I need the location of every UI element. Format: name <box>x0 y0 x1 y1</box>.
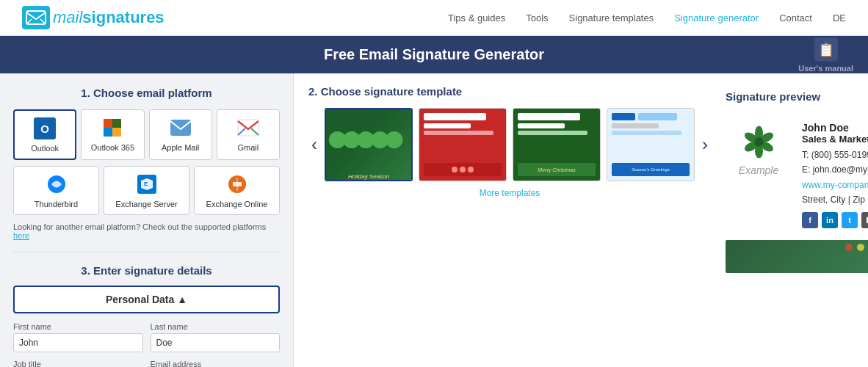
form-group-email: Email address <box>151 360 281 367</box>
page-title: Free Email Signature Generator <box>324 46 544 63</box>
preview-job: Sales & Marketing Director <box>802 134 868 145</box>
left-panel: 1. Choose email platform O Outlook Outlo… <box>0 73 294 367</box>
preview-inner: Example John Doe Sales & Marketing Direc… <box>726 116 868 234</box>
svg-rect-6 <box>170 120 191 136</box>
preview-detail: T: (800) 555-0199 | M: (800) 555-0299 E:… <box>802 148 868 208</box>
social-twitter[interactable]: t <box>842 212 858 228</box>
platform-grid-row2: Thunderbird E Exchange Server Exchange O… <box>13 166 280 215</box>
carousel-next[interactable]: › <box>699 134 711 155</box>
template-thumb-merry[interactable]: Merry Christmas <box>513 108 601 181</box>
form-row-name: First name Last name <box>13 322 280 352</box>
nav-generator[interactable]: Signature generator <box>674 12 759 23</box>
gmail-icon <box>236 116 260 139</box>
platform-outlook365[interactable]: Outlook 365 <box>81 109 144 160</box>
platform-applemail[interactable]: Apple Mail <box>149 109 212 160</box>
svg-rect-7 <box>238 120 258 136</box>
template-thumb-holiday[interactable]: Holiday Season <box>325 108 413 181</box>
nav-links: Tips & guides Tools Signature templates … <box>448 12 846 23</box>
jobtitle-label: Job title <box>13 360 143 367</box>
nav-tools[interactable]: Tools <box>526 12 548 23</box>
logo[interactable]: mailsignatures <box>22 6 164 29</box>
platform-outlook-label: Outlook <box>31 144 59 153</box>
form-group-firstname: First name <box>13 322 143 352</box>
nav-templates[interactable]: Signature templates <box>569 12 654 23</box>
preview-title: Signature preview <box>726 90 820 103</box>
preview-website[interactable]: www.my-company.com <box>802 180 868 190</box>
preview-name: John Doe <box>802 122 868 134</box>
platform-gmail[interactable]: Gmail <box>217 109 280 160</box>
right-top: 2. Choose signature template ‹ Holiday S… <box>308 85 868 273</box>
step3-section: 3. Enter signature details Personal Data… <box>13 264 280 367</box>
template-thumbs: Holiday Season <box>325 108 695 181</box>
platform-exchange[interactable]: E Exchange Server <box>104 166 189 215</box>
manual-icon: 📋 <box>814 37 838 61</box>
svg-rect-5 <box>112 128 121 137</box>
svg-point-25 <box>754 137 763 146</box>
right-panel: 2. Choose signature template ‹ Holiday S… <box>294 73 868 367</box>
social-facebook[interactable]: f <box>802 212 818 228</box>
template-section: 2. Choose signature template ‹ Holiday S… <box>308 85 711 273</box>
applemail-icon <box>169 116 192 139</box>
platform-applemail-label: Apple Mail <box>162 143 199 152</box>
platform-link-here[interactable]: here <box>13 231 29 240</box>
more-templates: More templates <box>308 187 711 198</box>
platform-exchonline[interactable]: Exchange Online <box>194 166 280 215</box>
outlook-icon: O <box>33 117 57 140</box>
form-group-jobtitle: Job title <box>13 360 143 367</box>
form-group-lastname: Last name <box>151 322 281 352</box>
platform-exchonline-label: Exchange Online <box>206 200 268 208</box>
carousel-prev[interactable]: ‹ <box>308 134 320 155</box>
flower-icon <box>739 122 779 162</box>
preview-header: Signature preview 🌙 Dark mode preview <box>726 85 868 107</box>
platform-outlook365-label: Outlook 365 <box>91 143 134 152</box>
social-youtube[interactable]: ▶ <box>861 212 868 228</box>
platform-outlook[interactable]: O Outlook <box>13 109 76 160</box>
banner-circles <box>726 244 868 251</box>
preview-logo: Example <box>726 122 792 176</box>
platform-grid-row1: O Outlook Outlook 365 Apple Mail <box>13 109 280 160</box>
section-divider <box>13 252 280 252</box>
firstname-input[interactable] <box>13 333 143 352</box>
lastname-input[interactable] <box>151 333 281 352</box>
platform-thunderbird[interactable]: Thunderbird <box>13 166 99 215</box>
step2-title: 2. Choose signature template <box>308 85 711 98</box>
title-bar: Free Email Signature Generator 📋 User's … <box>0 36 868 73</box>
platform-exchange-label: Exchange Server <box>115 200 177 208</box>
svg-rect-0 <box>26 11 46 24</box>
svg-rect-3 <box>112 119 121 128</box>
user-manual-label: User's manual <box>798 63 853 72</box>
nav-tips[interactable]: Tips & guides <box>448 12 505 23</box>
preview-section: Signature preview 🌙 Dark mode preview <box>726 85 868 273</box>
svg-rect-2 <box>104 119 112 128</box>
top-navigation: mailsignatures Tips & guides Tools Signa… <box>0 0 868 36</box>
example-text: Example <box>739 164 778 176</box>
nav-contact[interactable]: Contact <box>779 12 812 23</box>
svg-rect-4 <box>104 128 112 137</box>
accordion-personal-data[interactable]: Personal Data ▲ <box>13 286 280 313</box>
preview-banner <box>726 240 868 273</box>
logo-icon <box>22 6 50 29</box>
email-label: Email address <box>151 360 281 367</box>
exchonline-icon <box>225 172 249 196</box>
main-content: 1. Choose email platform O Outlook Outlo… <box>0 73 868 367</box>
user-manual-button[interactable]: 📋 User's manual <box>798 37 853 72</box>
template-thumb-seasons[interactable]: Season's Greetings <box>607 108 695 181</box>
preview-info: John Doe Sales & Marketing Director T: (… <box>802 122 868 228</box>
platform-thunderbird-label: Thunderbird <box>35 200 78 208</box>
more-templates-link[interactable]: More templates <box>480 188 540 198</box>
nav-de[interactable]: DE <box>833 12 846 23</box>
templates-carousel: ‹ Holiday Season <box>308 108 711 181</box>
lastname-label: Last name <box>151 322 281 331</box>
platform-support-text: Looking for another email platform? Chec… <box>13 222 280 240</box>
preview-socials: f in t ▶ ⊙ P <box>802 212 868 228</box>
platform-gmail-label: Gmail <box>238 143 259 152</box>
svg-text:E: E <box>144 181 148 187</box>
logo-text: mailsignatures <box>53 8 164 27</box>
step1-title: 1. Choose email platform <box>13 87 280 99</box>
template-thumb-red[interactable] <box>419 108 507 181</box>
svg-point-18 <box>386 131 402 148</box>
exchange-icon: E <box>135 172 159 196</box>
outlook365-icon <box>101 116 124 139</box>
step3-title: 3. Enter signature details <box>13 264 280 277</box>
social-linkedin[interactable]: in <box>822 212 838 228</box>
